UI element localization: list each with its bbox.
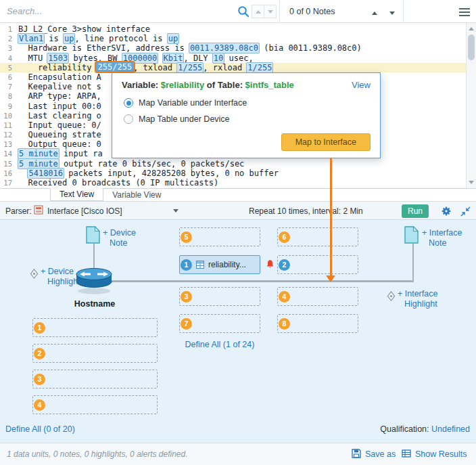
variable-token[interactable]: 1/255	[246, 62, 273, 73]
variable-token[interactable]: Vlan1	[18, 33, 45, 44]
save-as-button[interactable]: Save as	[352, 443, 396, 465]
variable-token[interactable]: 10	[212, 53, 224, 64]
previous-note-button[interactable]	[372, 5, 377, 18]
interface-variable-slot-8[interactable]: 8	[277, 314, 358, 333]
interface-highlight-icon[interactable]	[387, 291, 396, 304]
qualification-label: Qualification:	[380, 424, 429, 434]
interface-variable-slot-2[interactable]: 2	[277, 255, 358, 274]
interface-variable-slot-4[interactable]: 4	[277, 287, 358, 306]
parser-selector[interactable]: Interface [Cisco IOS]	[34, 204, 178, 217]
code-segment: Input queue: 0/	[18, 120, 101, 130]
code-line[interactable]: 17 Received 0 broadcasts (0 IP multicast…	[0, 178, 476, 187]
find-next-button[interactable]	[264, 5, 277, 18]
interface-variable-slot-7[interactable]: 7	[179, 314, 260, 333]
mapped-variable-label: reliability...	[208, 260, 246, 269]
interface-variable-slot-6[interactable]: 6	[277, 227, 358, 246]
device-variable-slot-2[interactable]: 2	[32, 344, 158, 363]
variable-token[interactable]: 5418016	[27, 168, 64, 179]
slot-number-badge: 2	[34, 348, 45, 359]
code-text: 5418016 packets input, 428285208 bytes, …	[18, 169, 476, 178]
next-note-button[interactable]	[389, 5, 395, 18]
code-line[interactable]: 1BJ_L2_Core_3>show interface	[0, 24, 476, 34]
scrollbar-thumb[interactable]	[468, 35, 475, 60]
device-highlight-icon[interactable]	[30, 269, 39, 282]
scroll-up-button[interactable]	[467, 24, 476, 34]
up-triangle-icon	[372, 12, 377, 15]
top-toolbar: Search... 0 of 0 Notes	[0, 0, 476, 23]
menu-icon[interactable]	[459, 8, 470, 18]
map-variable-under-interface-option[interactable]: Map Variable under Interface	[124, 98, 247, 108]
find-previous-button[interactable]	[252, 5, 264, 18]
interface-variable-slot-3[interactable]: 3	[179, 287, 260, 306]
code-line[interactable]: 155 minute output rate 0 bits/sec, 0 pac…	[0, 159, 476, 169]
map-to-interface-button[interactable]: Map to Interface	[281, 133, 371, 151]
show-results-button[interactable]: Show Results	[402, 443, 467, 465]
code-line[interactable]: 16 5418016 packets input, 428285208 byte…	[0, 169, 476, 178]
variable-token[interactable]: up	[63, 33, 75, 44]
interface-variable-slot-5[interactable]: 5	[179, 227, 260, 246]
code-line[interactable]: 4 MTU 1503 bytes, BW 1000000 Kbit, DLY 1…	[0, 53, 476, 63]
radio-unselected-icon[interactable]	[124, 114, 133, 124]
line-number: 15	[0, 159, 18, 169]
line-number: 3	[0, 43, 18, 53]
mapped-variable-chip[interactable]: reliability...	[196, 260, 246, 269]
code-segment: usec,	[224, 53, 253, 63]
radio-option-label: Map Table under Device	[139, 114, 230, 124]
search-input[interactable]: Search...	[0, 0, 235, 22]
tab-variable-view[interactable]: Variable View	[103, 189, 170, 201]
popup-header: Variable: $reliability of Table: $intfs_…	[122, 80, 294, 90]
selected-variable-token[interactable]: 255/255	[95, 61, 136, 73]
slot-number-badge: 1	[181, 259, 192, 271]
alert-bell-icon[interactable]	[266, 259, 275, 272]
variable-name: $reliability	[161, 80, 204, 90]
collapse-panel-icon[interactable]	[460, 206, 471, 219]
tab-text-view[interactable]: Text View	[50, 188, 103, 201]
code-segment: packets input, 428285208 bytes, 0 no buf…	[64, 169, 279, 178]
code-segment: input ra	[59, 149, 103, 158]
variable-token[interactable]: 1503	[47, 53, 69, 64]
code-line[interactable]: 5 reliability 255/255, txload 1/255, rxl…	[0, 63, 476, 72]
device-variable-slot-3[interactable]: 3	[32, 370, 158, 389]
code-segment: , txload	[133, 63, 177, 72]
view-link[interactable]: View	[352, 80, 371, 90]
qualification-value-link[interactable]: Undefined	[431, 424, 470, 434]
device-note-icon[interactable]	[86, 226, 100, 246]
editor-scrollbar[interactable]	[466, 23, 476, 188]
code-text: MTU 1503 bytes, BW 1000000 Kbit, DLY 10 …	[18, 53, 476, 63]
variable-token[interactable]: 0011.9389.08c0	[189, 43, 260, 53]
notes-counter: 0 of 0 Notes	[289, 7, 335, 16]
settings-gear-icon[interactable]	[441, 206, 452, 219]
add-interface-highlight-link[interactable]: + Interface Highlight	[398, 289, 437, 309]
define-all-device-link[interactable]: Define All (0 of 20)	[5, 424, 75, 434]
repeat-settings-link[interactable]: Repeat 10 times, interval: 2 Min	[249, 206, 363, 216]
interface-variable-slot-1[interactable]: 1reliability...	[179, 255, 260, 274]
run-button[interactable]: Run	[402, 204, 429, 218]
device-variable-slot-1[interactable]: 1	[32, 318, 158, 337]
add-device-note-link[interactable]: + Device Note	[103, 228, 136, 248]
line-number: 7	[0, 82, 18, 91]
line-number: 9	[0, 102, 18, 111]
save-icon	[352, 449, 361, 460]
variable-token[interactable]: up	[167, 33, 179, 44]
line-number: 11	[0, 120, 18, 130]
variable-token[interactable]: 1/255	[176, 62, 204, 73]
interface-note-icon[interactable]	[404, 226, 419, 246]
save-as-label: Save as	[365, 449, 396, 459]
router-icon[interactable]	[74, 265, 114, 298]
mapping-canvas: + Device Note + Device Highlight Hostnam…	[0, 220, 476, 443]
radio-selected-icon[interactable]	[124, 98, 133, 108]
code-text: reliability 255/255, txload 1/255, rxloa…	[18, 63, 476, 72]
code-segment: , DLY	[183, 53, 212, 63]
search-icon[interactable]	[237, 5, 249, 20]
define-all-interface-link[interactable]: Define All (1 of 24)	[179, 340, 260, 349]
add-interface-note-link[interactable]: + Interface Note	[422, 228, 462, 248]
code-line[interactable]: 2Vlan1 is up, line protocol is up	[0, 34, 476, 43]
code-line[interactable]: 3 Hardware is EtherSVI, address is 0011.…	[0, 43, 476, 53]
map-table-under-device-option[interactable]: Map Table under Device	[124, 114, 230, 124]
slot-number-badge: 3	[181, 291, 192, 303]
scroll-down-button[interactable]	[467, 177, 476, 187]
code-segment: ARP type: ARPA,	[18, 91, 101, 101]
slot-number-badge: 5	[181, 231, 192, 243]
code-segment: Last clearing o	[18, 111, 101, 120]
device-variable-slot-4[interactable]: 4	[32, 395, 158, 414]
